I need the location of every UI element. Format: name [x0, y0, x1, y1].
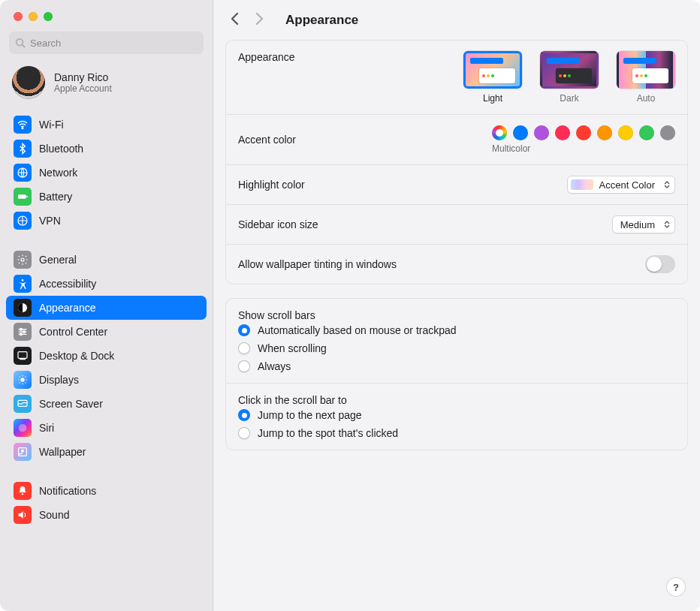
radio-dot-icon: [238, 409, 250, 421]
dropdown-stepper-icon: [664, 181, 670, 188]
appearance-icon: [14, 299, 32, 317]
radio-dot-icon: [238, 342, 250, 354]
sidebar-item-notifications[interactable]: Notifications: [6, 479, 207, 503]
sidebar-item-general[interactable]: General: [6, 248, 207, 272]
highlight-color-row: Highlight color Accent Color: [226, 165, 687, 205]
sidebar-item-label: Control Center: [39, 326, 107, 338]
window-minimize-button[interactable]: [29, 12, 38, 21]
apple-account-row[interactable]: Danny Rico Apple Account: [0, 62, 213, 110]
radio-dot-icon: [238, 324, 250, 336]
sidebar-item-label: Network: [39, 167, 77, 179]
highlight-color-value: Accent Color: [599, 179, 655, 191]
svg-rect-17: [20, 359, 26, 360]
radio-label: When scrolling: [258, 342, 327, 354]
radio-dot-icon: [238, 360, 250, 372]
svg-point-14: [23, 331, 26, 333]
sidebar-icon-size-row: Sidebar icon size Medium: [226, 205, 687, 245]
sidebar-item-vpn[interactable]: VPN: [6, 209, 207, 233]
svg-point-15: [20, 333, 23, 336]
scroll-click-options-option[interactable]: Jump to the next page: [238, 409, 675, 421]
appearance-mode-label: Dark: [560, 93, 578, 104]
accent-swatch-yellow[interactable]: [618, 125, 633, 140]
scroll-bars-label: Show scroll bars: [238, 309, 675, 321]
account-subtitle: Apple Account: [54, 83, 112, 94]
wallpaper-tinting-row: Allow wallpaper tinting in windows: [226, 245, 687, 284]
appearance-mode-dark[interactable]: Dark: [540, 51, 599, 104]
svg-point-8: [22, 279, 24, 281]
window-controls: [0, 0, 213, 29]
sidebar-item-label: Battery: [39, 191, 72, 203]
sidebar-item-desktop-dock[interactable]: Desktop & Dock: [6, 344, 207, 368]
highlight-color-select[interactable]: Accent Color: [567, 176, 675, 194]
appearance-mode-auto[interactable]: Auto: [617, 51, 675, 104]
svg-point-0: [17, 39, 23, 46]
highlight-color-label: Highlight color: [238, 179, 305, 191]
scroll-bars-options-option[interactable]: Always: [238, 360, 675, 372]
nav-forward-button[interactable]: [254, 12, 264, 28]
sidebar-icon-size-label: Sidebar icon size: [238, 218, 318, 230]
accent-swatch-multicolor[interactable]: [492, 125, 507, 140]
sidebar-item-label: General: [39, 254, 77, 266]
svg-point-20: [19, 424, 27, 432]
sidebar-item-wallpaper[interactable]: Wallpaper: [6, 440, 207, 464]
sidebar-item-wi-fi[interactable]: Wi-Fi: [6, 113, 207, 137]
window-close-button[interactable]: [14, 12, 23, 21]
search-field[interactable]: [9, 32, 204, 54]
scroll-click-row: Click in the scroll bar to Jump to the n…: [226, 384, 687, 450]
sidebar-item-appearance[interactable]: Appearance: [6, 296, 207, 320]
appearance-thumb-icon: [463, 51, 522, 89]
window-zoom-button[interactable]: [44, 12, 53, 21]
accent-swatch-purple[interactable]: [534, 125, 549, 140]
sidebar-icon-size-select[interactable]: Medium: [612, 215, 675, 233]
sidebar-item-label: VPN: [39, 215, 61, 227]
sidebar-item-bluetooth[interactable]: Bluetooth: [6, 137, 207, 161]
accent-color-row: Accent color Multicolor: [226, 115, 687, 165]
appearance-mode-light[interactable]: Light: [463, 51, 522, 104]
svg-point-22: [22, 450, 24, 452]
wallpaper-tinting-label: Allow wallpaper tinting in windows: [238, 258, 397, 270]
nav-back-button[interactable]: [230, 12, 240, 28]
appearance-row: Appearance Light Dark Auto: [226, 41, 687, 115]
page-title: Appearance: [285, 13, 358, 28]
scroll-bars-options-option[interactable]: Automatically based on mouse or trackpad: [238, 324, 675, 336]
bell-icon: [14, 482, 32, 500]
sidebar-item-label: Displays: [39, 374, 79, 386]
scroll-click-options-option[interactable]: Jump to the spot that's clicked: [238, 427, 675, 439]
wallpaper-tinting-toggle[interactable]: [645, 255, 675, 273]
svg-point-13: [20, 328, 23, 330]
accent-swatch-blue[interactable]: [513, 125, 528, 140]
sidebar-item-sound[interactable]: Sound: [6, 503, 207, 527]
appearance-mode-label: Light: [483, 93, 502, 104]
search-icon: [15, 38, 26, 48]
sidebar-item-network[interactable]: Network: [6, 161, 207, 185]
sidebar-item-siri[interactable]: Siri: [6, 416, 207, 440]
sidebar-item-displays[interactable]: Displays: [6, 368, 207, 392]
accent-swatch-graphite[interactable]: [660, 125, 675, 140]
accent-swatch-red[interactable]: [576, 125, 591, 140]
sidebar-item-screen-saver[interactable]: Screen Saver: [6, 392, 207, 416]
avatar: [12, 66, 45, 99]
accent-selected-name: Multicolor: [492, 143, 530, 154]
accent-swatch-green[interactable]: [639, 125, 654, 140]
bluetooth-icon: [14, 140, 32, 158]
help-button[interactable]: ?: [667, 578, 685, 596]
svg-rect-23: [22, 493, 24, 495]
accent-swatch-orange[interactable]: [597, 125, 612, 140]
svg-rect-16: [18, 352, 27, 359]
radio-label: Always: [258, 360, 291, 372]
accent-color-label: Accent color: [238, 134, 296, 146]
sidebar-item-battery[interactable]: Battery: [6, 185, 207, 209]
appearance-mode-label: Auto: [637, 93, 656, 104]
sidebar-item-label: Sound: [39, 509, 69, 521]
svg-point-18: [20, 378, 24, 381]
sidebar-item-label: Appearance: [39, 302, 96, 314]
sidebar-item-control-center[interactable]: Control Center: [6, 320, 207, 344]
sidebar-item-label: Accessibility: [39, 278, 96, 290]
main-content: Appearance Appearance Light Dark Auto Ac…: [213, 0, 700, 611]
sidebar-item-accessibility[interactable]: Accessibility: [6, 272, 207, 296]
gear-icon: [14, 251, 32, 269]
radio-label: Jump to the spot that's clicked: [258, 427, 398, 439]
scroll-bars-options-option[interactable]: When scrolling: [238, 342, 675, 354]
accent-swatch-pink[interactable]: [555, 125, 570, 140]
search-input[interactable]: [30, 38, 198, 49]
